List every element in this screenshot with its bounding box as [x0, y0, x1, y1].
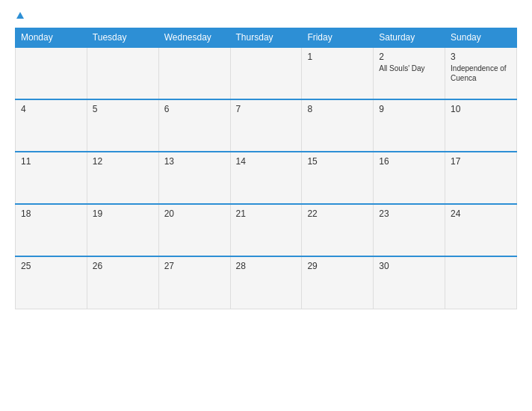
- day-number: 15: [307, 156, 368, 167]
- day-number: 16: [379, 156, 439, 167]
- day-number: 8: [307, 104, 368, 114]
- day-number: 14: [236, 156, 297, 167]
- weekday-header: Sunday: [445, 28, 517, 48]
- weekday-header: Saturday: [374, 28, 445, 48]
- calendar-cell: 22: [302, 204, 374, 256]
- calendar-cell: 26: [87, 256, 158, 309]
- calendar-header: MondayTuesdayWednesdayThursdayFridaySatu…: [16, 28, 517, 48]
- day-number: 11: [21, 156, 81, 167]
- calendar-cell: 9: [374, 99, 445, 152]
- logo-triangle-icon: [16, 12, 24, 19]
- day-number: 23: [379, 208, 439, 219]
- day-number: 28: [236, 261, 297, 271]
- weekday-header: Wednesday: [158, 28, 230, 48]
- day-number: 29: [307, 261, 368, 271]
- calendar-cell: 20: [158, 204, 230, 256]
- calendar-cell: 17: [445, 152, 517, 204]
- calendar-table: MondayTuesdayWednesdayThursdayFridaySatu…: [15, 28, 517, 309]
- calendar-week-row: 12All Souls' Day3Independence of Cuenca: [16, 47, 517, 99]
- calendar-cell: 8: [302, 99, 374, 152]
- calendar-event: All Souls' Day: [379, 64, 439, 73]
- calendar-cell: 23: [374, 204, 445, 256]
- calendar-cell: 7: [230, 99, 302, 152]
- calendar-cell: 19: [87, 204, 158, 256]
- weekday-header: Thursday: [230, 28, 302, 48]
- logo: [15, 12, 24, 19]
- day-number: 2: [379, 52, 439, 62]
- calendar-cell: [16, 47, 87, 99]
- calendar-cell: 15: [302, 152, 374, 204]
- calendar-cell: 4: [16, 99, 87, 152]
- calendar-cell: 27: [158, 256, 230, 309]
- weekday-header: Monday: [16, 28, 87, 48]
- calendar-cell: 18: [16, 204, 87, 256]
- day-number: 6: [164, 104, 225, 114]
- calendar-body: 12All Souls' Day3Independence of Cuenca4…: [16, 47, 517, 309]
- day-number: 26: [93, 261, 153, 271]
- weekday-header: Friday: [302, 28, 374, 48]
- day-number: 1: [307, 52, 368, 62]
- calendar-cell: 2All Souls' Day: [374, 47, 445, 99]
- calendar-week-row: 18192021222324: [16, 204, 517, 256]
- day-number: 25: [21, 261, 81, 271]
- calendar-cell: 12: [87, 152, 158, 204]
- day-number: 24: [451, 208, 511, 219]
- day-number: 10: [451, 104, 511, 114]
- calendar-cell: [230, 47, 302, 99]
- calendar-cell: 25: [16, 256, 87, 309]
- calendar-week-row: 45678910: [16, 99, 517, 152]
- calendar-week-row: 252627282930: [16, 256, 517, 309]
- day-number: 19: [93, 208, 153, 219]
- day-number: 18: [21, 208, 81, 219]
- weekday-header: Tuesday: [87, 28, 158, 48]
- day-number: 17: [451, 156, 511, 167]
- day-number: 21: [236, 208, 297, 219]
- calendar-event: Independence of Cuenca: [451, 64, 511, 83]
- day-number: 27: [164, 261, 225, 271]
- calendar-cell: 28: [230, 256, 302, 309]
- calendar-cell: 24: [445, 204, 517, 256]
- calendar-cell: 13: [158, 152, 230, 204]
- day-number: 20: [164, 208, 225, 219]
- calendar-cell: 21: [230, 204, 302, 256]
- day-number: 9: [379, 104, 439, 114]
- days-of-week-row: MondayTuesdayWednesdayThursdayFridaySatu…: [16, 28, 517, 48]
- calendar-cell: 14: [230, 152, 302, 204]
- calendar-cell: 30: [374, 256, 445, 309]
- calendar-cell: 11: [16, 152, 87, 204]
- day-number: 30: [379, 261, 439, 271]
- calendar-cell: 29: [302, 256, 374, 309]
- calendar-cell: 6: [158, 99, 230, 152]
- day-number: 4: [21, 104, 81, 114]
- header: [15, 12, 517, 19]
- day-number: 7: [236, 104, 297, 114]
- day-number: 22: [307, 208, 368, 219]
- day-number: 13: [164, 156, 225, 167]
- calendar-cell: 5: [87, 99, 158, 152]
- calendar-cell: 1: [302, 47, 374, 99]
- day-number: 5: [93, 104, 153, 114]
- calendar-cell: [158, 47, 230, 99]
- calendar-cell: 3Independence of Cuenca: [445, 47, 517, 99]
- page: MondayTuesdayWednesdayThursdayFridaySatu…: [0, 0, 532, 411]
- calendar-cell: 10: [445, 99, 517, 152]
- day-number: 12: [93, 156, 153, 167]
- calendar-cell: 16: [374, 152, 445, 204]
- calendar-cell: [445, 256, 517, 309]
- calendar-week-row: 11121314151617: [16, 152, 517, 204]
- calendar-cell: [87, 47, 158, 99]
- day-number: 3: [451, 52, 511, 62]
